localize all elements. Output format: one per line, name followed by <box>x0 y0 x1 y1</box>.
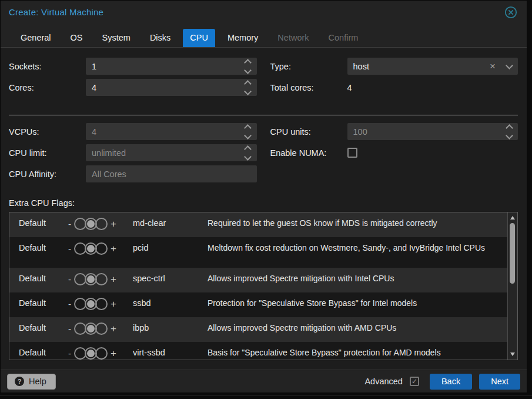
flag-name: ssbd <box>133 292 208 308</box>
cpu-limit-stepper <box>86 144 257 161</box>
tab-network: Network <box>270 29 316 47</box>
cpu-flag-row-md-clear: Default - + md-clear Required to let the… <box>9 212 507 237</box>
advanced-checkbox[interactable]: ✓ <box>410 377 419 386</box>
sockets-input[interactable] <box>86 58 239 75</box>
slider-on-position[interactable] <box>95 242 108 255</box>
flag-tristate-slider[interactable]: - + <box>68 317 133 335</box>
scrollbar-thumb[interactable] <box>510 223 515 284</box>
tab-system[interactable]: System <box>95 29 138 47</box>
slider-minus-label: - <box>68 244 71 254</box>
spinner-up-icon[interactable] <box>244 59 252 66</box>
cpu-limit-spinner-buttons[interactable] <box>239 144 257 161</box>
sockets-spinner-buttons[interactable] <box>239 58 257 75</box>
cpu-flags-grid: Default - + md-clear Required to let the… <box>9 212 518 360</box>
type-combobox: × <box>347 58 518 75</box>
slider-on-position[interactable] <box>95 273 108 285</box>
flag-name: pcid <box>133 237 208 252</box>
vcpus-label: VCPUs: <box>9 127 86 137</box>
cpu-affinity-label: CPU Affinity: <box>9 169 86 179</box>
spinner-down-icon[interactable] <box>244 88 252 95</box>
cores-spinner-buttons[interactable] <box>239 79 257 96</box>
slider-minus-label: - <box>68 274 71 284</box>
sockets-row: Sockets: <box>9 58 257 75</box>
slider-on-position[interactable] <box>95 298 108 310</box>
close-icon[interactable] <box>504 6 517 19</box>
flag-state-label: Default <box>19 212 68 228</box>
flag-tristate-slider[interactable]: - + <box>68 268 133 285</box>
slider-plus-label: + <box>111 348 116 360</box>
flag-name: ibpb <box>133 317 208 332</box>
flag-state-label: Default <box>19 317 68 332</box>
slider-plus-label: + <box>111 298 116 310</box>
tab-disks[interactable]: Disks <box>143 29 178 47</box>
flag-description: Meltdown fix cost reduction on Westmere,… <box>208 237 507 256</box>
type-label: Type: <box>270 62 347 71</box>
flag-tristate-slider[interactable]: - + <box>68 342 133 360</box>
cores-input[interactable] <box>86 79 239 96</box>
slider-minus-label: - <box>68 324 71 334</box>
spinner-up-icon[interactable] <box>244 145 252 153</box>
clear-icon[interactable]: × <box>485 58 500 75</box>
cpu-form-panel: Sockets: Cores: <box>1 48 527 370</box>
flag-name: virt-ssbd <box>133 342 208 357</box>
cpu-limit-label: CPU limit: <box>9 148 86 158</box>
flags-scrollbar[interactable] <box>507 212 517 360</box>
cpu-limit-input[interactable] <box>86 144 239 161</box>
spinner-down-icon[interactable] <box>244 66 252 74</box>
cpu-affinity-input[interactable] <box>86 165 257 182</box>
type-input[interactable] <box>347 58 486 75</box>
vcpus-input[interactable] <box>86 123 239 140</box>
spinner-down-icon[interactable] <box>244 153 252 161</box>
spinner-up-icon[interactable] <box>244 124 252 132</box>
cpu-units-stepper <box>347 123 518 140</box>
flag-tristate-slider[interactable]: - + <box>68 292 133 310</box>
spinner-up-icon[interactable] <box>506 124 513 132</box>
sockets-stepper <box>86 58 257 75</box>
cpu-units-input[interactable] <box>347 123 501 140</box>
cpu-units-row: CPU units: <box>270 123 518 140</box>
cpu-units-spinner-buttons[interactable] <box>500 123 518 140</box>
spinner-up-icon[interactable] <box>244 80 252 88</box>
slider-on-position[interactable] <box>95 322 108 335</box>
dialog-footer: ? Help Advanced ✓ Back Next <box>1 370 527 393</box>
cores-label: Cores: <box>9 83 86 92</box>
flag-state-label: Default <box>19 342 68 357</box>
help-button[interactable]: ? Help <box>7 374 56 390</box>
scroll-up-arrow-icon[interactable] <box>508 214 517 222</box>
chevron-down-icon[interactable] <box>500 63 518 69</box>
flag-state-label: Default <box>19 268 68 283</box>
tab-general[interactable]: General <box>14 29 58 47</box>
scroll-down-arrow-icon[interactable] <box>508 350 517 358</box>
flag-tristate-slider[interactable]: - + <box>68 237 133 255</box>
vcpus-spinner-buttons[interactable] <box>239 123 257 140</box>
slider-on-position[interactable] <box>95 218 108 230</box>
next-button[interactable]: Next <box>479 374 520 390</box>
type-row: Type: × <box>270 58 518 75</box>
slider-minus-label: - <box>68 299 71 309</box>
flag-description: Required to let the guest OS know if MDS… <box>208 212 507 231</box>
cpu-flag-row-ssbd: Default - + ssbd Protection for "Specula… <box>9 292 507 317</box>
slider-on-position[interactable] <box>95 347 108 360</box>
enable-numa-checkbox[interactable] <box>347 148 357 158</box>
wizard-tabbar: General OS System Disks CPU Memory Netwo… <box>1 25 527 48</box>
cpu-flag-row-ibpb: Default - + ibpb Allows improved Spectre… <box>9 317 507 342</box>
spinner-down-icon[interactable] <box>244 132 252 139</box>
flag-tristate-slider[interactable]: - + <box>68 212 133 230</box>
extra-cpu-flags-label: Extra CPU Flags: <box>9 198 518 208</box>
back-button[interactable]: Back <box>430 374 472 390</box>
total-cores-value: 4 <box>347 83 352 92</box>
flag-name: spec-ctrl <box>133 268 208 283</box>
sockets-label: Sockets: <box>9 62 86 71</box>
cpu-limit-row: CPU limit: <box>9 144 257 161</box>
create-vm-dialog: Create: Virtual Machine General OS Syste… <box>0 0 527 393</box>
tab-memory[interactable]: Memory <box>220 29 265 47</box>
cores-row: Cores: <box>9 79 257 96</box>
help-button-label: Help <box>29 377 46 386</box>
total-cores-label: Total cores: <box>270 83 347 92</box>
slider-minus-label: - <box>68 348 71 358</box>
tab-cpu[interactable]: CPU <box>183 29 215 47</box>
slider-plus-label: + <box>111 218 116 230</box>
spinner-down-icon[interactable] <box>506 132 513 139</box>
screen-background: Create: Virtual Machine General OS Syste… <box>0 0 532 399</box>
tab-os[interactable]: OS <box>63 29 90 47</box>
